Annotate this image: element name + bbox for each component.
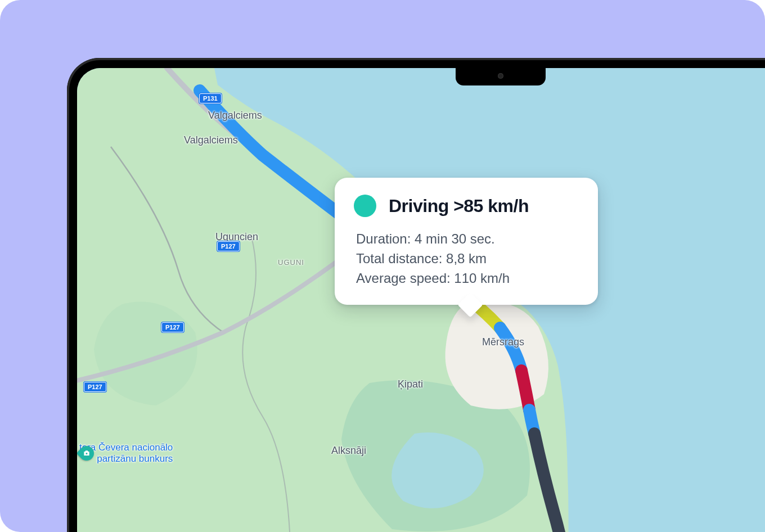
road-badge-p127-a: P127 (217, 241, 240, 251)
tooltip-duration: Duration: 4 min 30 sec. (356, 229, 579, 249)
speed-tooltip: Driving >85 km/h Duration: 4 min 30 sec.… (335, 178, 598, 305)
map-screen[interactable]: Valgalciems Valgalciems Uguņcien UGUNI Ķ… (77, 68, 765, 532)
label-kipati: Ķipati (398, 378, 423, 390)
poi-bunkurs[interactable]: tera Čevera nacionālo partizānu bunkurs (79, 442, 173, 465)
tooltip-body: Duration: 4 min 30 sec. Total distance: … (354, 229, 579, 288)
label-alksnaji: Alksnāji (331, 445, 366, 457)
laptop-notch (456, 66, 546, 85)
laptop-frame: Valgalciems Valgalciems Uguņcien UGUNI Ķ… (67, 58, 765, 532)
road-badge-p127-b: P127 (161, 322, 184, 332)
label-mersrags: Mērsrags (482, 336, 524, 348)
stage: Valgalciems Valgalciems Uguņcien UGUNI Ķ… (0, 0, 765, 532)
tooltip-distance: Total distance: 8,8 km (356, 249, 579, 269)
label-valgalciems: Valgalciems (184, 134, 238, 146)
label-uguni-area: UGUNI (278, 258, 304, 267)
road-badge-p127-c: P127 (84, 382, 106, 392)
road-badge-p131: P131 (199, 93, 222, 103)
label-valgalciems-top: Valgalciems (208, 110, 262, 121)
speed-category-dot-icon (354, 195, 376, 217)
tooltip-header: Driving >85 km/h (354, 195, 579, 217)
tooltip-speed: Average speed: 110 km/h (356, 269, 579, 288)
tooltip-title: Driving >85 km/h (389, 196, 529, 217)
